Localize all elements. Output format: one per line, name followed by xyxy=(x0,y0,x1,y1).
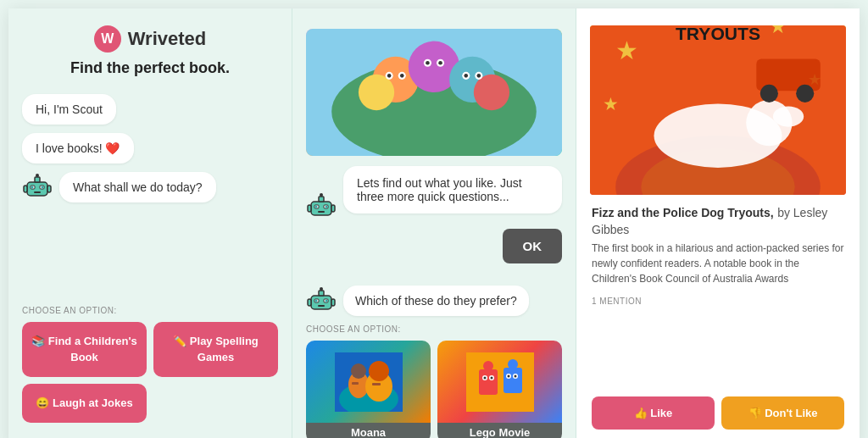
svg-rect-9 xyxy=(47,186,51,192)
lego-image xyxy=(437,341,562,423)
svg-rect-34 xyxy=(318,211,325,213)
panel2-bubble-row: Lets find out what you like. Just three … xyxy=(306,166,562,222)
svg-rect-57 xyxy=(466,352,534,412)
chat-area: Hi, I'm Scout I love books! ❤️ What shal… xyxy=(22,94,278,297)
svg-rect-58 xyxy=(479,369,498,395)
svg-rect-56 xyxy=(372,383,381,385)
svg-rect-8 xyxy=(24,186,27,192)
dislike-button[interactable]: 👎 Don't Like xyxy=(721,396,844,430)
svg-point-65 xyxy=(508,359,518,369)
svg-point-28 xyxy=(477,74,481,78)
svg-point-18 xyxy=(387,74,392,78)
book-description: The first book in a hilarious and action… xyxy=(592,241,844,286)
svg-point-22 xyxy=(426,61,430,65)
options-grid: 📚 Find a Children's Book ✏️ Play Spellin… xyxy=(22,322,278,423)
bubble-love: I love books! ❤️ xyxy=(22,133,134,164)
panel2-content: Lets find out what you like. Just three … xyxy=(306,25,562,438)
brand-name: Wriveted xyxy=(128,28,207,50)
panel2-hero-image xyxy=(306,29,562,156)
svg-point-33 xyxy=(326,206,328,208)
ok-button[interactable]: OK xyxy=(503,229,563,263)
bubble-today: What shall we do today? xyxy=(59,172,216,202)
svg-point-16 xyxy=(474,75,509,110)
tagline: Find the perfect book. xyxy=(70,59,230,77)
police-dog-cover-art: ★ ★ ★ ★ POLICE DOG TRYOUTS LES xyxy=(590,25,846,195)
bubble-row-today: What shall we do today? xyxy=(22,172,278,202)
movie-options: Moana xyxy=(306,341,562,438)
which-row: Which of these do they prefer? xyxy=(306,286,562,316)
svg-rect-37 xyxy=(308,205,311,212)
like-button[interactable]: 👍 Like xyxy=(592,396,715,430)
svg-rect-44 xyxy=(318,305,325,307)
svg-rect-5 xyxy=(34,191,41,193)
scout-robot-icon xyxy=(22,172,53,202)
svg-rect-64 xyxy=(504,368,522,393)
book-cover: ★ ★ ★ ★ POLICE DOG TRYOUTS LES xyxy=(590,25,846,195)
svg-point-84 xyxy=(796,85,814,103)
logo-badge: W xyxy=(94,25,121,53)
app-header: W Wriveted Find the perfect book. xyxy=(22,25,278,77)
moana-label: Moana xyxy=(306,423,431,438)
find-book-button[interactable]: 📚 Find a Children's Book xyxy=(22,322,147,376)
svg-point-67 xyxy=(507,374,509,377)
quick-questions-bubble: Lets find out what you like. Just three … xyxy=(343,166,562,213)
svg-rect-55 xyxy=(352,382,359,385)
scout-robot-icon-2 xyxy=(306,191,337,222)
svg-point-4 xyxy=(42,186,44,189)
bubble-greeting: Hi, I'm Scout xyxy=(22,94,116,125)
svg-rect-48 xyxy=(331,299,335,306)
svg-rect-29 xyxy=(311,202,331,215)
svg-point-32 xyxy=(315,206,318,208)
svg-rect-35 xyxy=(319,197,324,202)
svg-point-42 xyxy=(315,300,318,302)
svg-point-24 xyxy=(438,61,442,65)
svg-point-54 xyxy=(369,361,389,381)
svg-rect-39 xyxy=(311,296,331,309)
svg-point-63 xyxy=(490,376,492,379)
svg-point-79 xyxy=(773,106,804,126)
svg-point-15 xyxy=(359,75,394,110)
panel-3: ★ ★ ★ ★ POLICE DOG TRYOUTS LES xyxy=(576,8,860,438)
which-bubble: Which of these do they prefer? xyxy=(343,286,529,316)
book-info: Fizz and the Police Dog Tryouts, by Lesl… xyxy=(590,205,846,430)
lego-label: Lego Movie xyxy=(437,423,562,438)
logo-row: W Wriveted xyxy=(94,25,207,53)
moana-option[interactable]: Moana xyxy=(306,341,431,438)
panel-2: Lets find out what you like. Just three … xyxy=(292,8,576,438)
svg-point-43 xyxy=(326,300,328,302)
svg-point-61 xyxy=(483,376,486,379)
svg-point-46 xyxy=(320,287,323,291)
svg-point-7 xyxy=(36,174,39,177)
svg-point-52 xyxy=(351,363,366,379)
svg-point-69 xyxy=(514,374,516,377)
jokes-button[interactable]: 😄 Laugh at Jokes xyxy=(22,384,147,423)
scout-robot-icon-3 xyxy=(306,286,337,316)
svg-rect-6 xyxy=(35,177,40,182)
svg-text:TRYOUTS: TRYOUTS xyxy=(676,25,760,43)
svg-point-59 xyxy=(483,361,493,371)
option-label-1: CHOOSE AN OPTION: xyxy=(22,306,278,315)
svg-rect-38 xyxy=(331,205,335,212)
svg-point-26 xyxy=(464,74,468,78)
lego-movie-option[interactable]: Lego Movie xyxy=(437,341,562,438)
svg-rect-45 xyxy=(319,291,324,296)
action-buttons: 👍 Like 👎 Don't Like xyxy=(592,396,844,430)
panel-1: W Wriveted Find the perfect book. Hi, I'… xyxy=(8,8,292,438)
svg-rect-47 xyxy=(308,299,311,306)
svg-text:★: ★ xyxy=(603,94,619,114)
spelling-games-button[interactable]: ✏️ Play Spelling Games xyxy=(153,322,278,376)
svg-point-83 xyxy=(760,85,778,103)
svg-rect-0 xyxy=(27,182,47,196)
svg-point-20 xyxy=(400,74,404,78)
svg-point-3 xyxy=(31,186,34,189)
moana-image xyxy=(306,341,431,423)
option-label-2: CHOOSE AN OPTION: xyxy=(306,324,562,334)
svg-point-36 xyxy=(320,193,323,197)
svg-text:★: ★ xyxy=(769,25,787,37)
book-title: Fizz and the Police Dog Tryouts, xyxy=(592,206,774,219)
svg-text:★: ★ xyxy=(615,36,638,64)
mentions-label: 1 MENTION xyxy=(592,297,844,306)
